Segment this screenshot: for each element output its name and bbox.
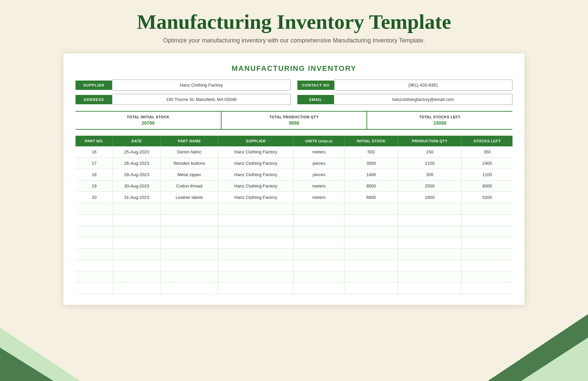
cell-date: 30-Aug-2023 bbox=[113, 180, 161, 192]
cell-supplier: Hanz Clothing Factory bbox=[218, 192, 293, 203]
cell-part-no: 18 bbox=[76, 169, 113, 180]
cell-empty bbox=[76, 271, 113, 283]
cell-empty bbox=[113, 226, 161, 237]
summary-production-qty-value: 5650 bbox=[224, 120, 364, 126]
cell-empty bbox=[76, 249, 113, 260]
table-header-row: PART NO. DATE PART NAME SUPPLIER UNITS (… bbox=[76, 136, 512, 146]
cell-supplier: Hanz Clothing Factory bbox=[218, 180, 293, 192]
cell-empty bbox=[218, 249, 293, 260]
cell-empty bbox=[462, 249, 512, 260]
col-supplier: SUPPLIER bbox=[218, 136, 293, 146]
cell-empty bbox=[160, 260, 218, 271]
contact-label: CONTACT NO bbox=[297, 81, 334, 90]
summary-stocks-left: TOTAL STOCKS LEFT 15050 bbox=[367, 112, 512, 129]
cell-date: 26-Aug-2023 bbox=[113, 158, 161, 169]
cell-empty bbox=[344, 271, 398, 283]
cell-empty bbox=[344, 215, 398, 226]
cell-units: meters bbox=[293, 192, 344, 203]
cell-empty bbox=[398, 215, 462, 226]
cell-initial-stock: 6800 bbox=[344, 192, 398, 203]
cell-empty bbox=[293, 249, 344, 260]
cell-stocks-left: 1100 bbox=[462, 169, 512, 180]
col-stocks-left: STOCKS LEFT bbox=[462, 136, 512, 146]
cell-empty bbox=[160, 249, 218, 260]
cell-empty bbox=[218, 203, 293, 215]
cell-part-name: Denim fabric bbox=[160, 146, 218, 158]
cell-part-no: 19 bbox=[76, 180, 113, 192]
cell-empty bbox=[113, 271, 161, 283]
table-row-empty bbox=[76, 249, 512, 260]
table-row-empty bbox=[76, 203, 512, 215]
cell-empty bbox=[462, 283, 512, 294]
table-row: 18 28-Aug-2023 Metal zipper Hanz Clothin… bbox=[76, 169, 512, 180]
cell-empty bbox=[160, 271, 218, 283]
cell-production-qty: 1100 bbox=[398, 158, 462, 169]
summary-initial-stock: TOTAL INITIAL STOCK 20700 bbox=[76, 112, 222, 129]
cell-supplier: Hanz Clothing Factory bbox=[218, 158, 293, 169]
cell-empty bbox=[218, 271, 293, 283]
cell-empty bbox=[218, 215, 293, 226]
cell-empty bbox=[293, 203, 344, 215]
cell-part-no: 17 bbox=[76, 158, 113, 169]
cell-date: 31-Aug-2023 bbox=[113, 192, 161, 203]
cell-empty bbox=[462, 271, 512, 283]
summary-stocks-left-label: TOTAL STOCKS LEFT bbox=[370, 115, 510, 119]
table-body: 16 25-Aug-2023 Denim fabric Hanz Clothin… bbox=[76, 146, 512, 294]
cell-empty bbox=[218, 260, 293, 271]
cell-empty bbox=[113, 283, 161, 294]
cell-empty bbox=[344, 203, 398, 215]
cell-empty bbox=[398, 260, 462, 271]
cell-empty bbox=[76, 283, 113, 294]
summary-section: TOTAL INITIAL STOCK 20700 TOTAL PRODUCTI… bbox=[76, 111, 512, 130]
table-header: PART NO. DATE PART NAME SUPPLIER UNITS (… bbox=[76, 136, 512, 146]
cell-empty bbox=[160, 283, 218, 294]
supplier-group: SUPPLIER Hanz Clothing Factory bbox=[76, 80, 291, 91]
cell-empty bbox=[113, 237, 161, 249]
cell-empty bbox=[293, 283, 344, 294]
summary-stocks-left-value: 15050 bbox=[370, 120, 510, 126]
table-row-empty bbox=[76, 237, 512, 249]
page-title: Manufacturing Inventory Template bbox=[137, 10, 451, 34]
contact-value: (961) 420-9381 bbox=[334, 80, 512, 91]
contact-group: CONTACT NO (961) 420-9381 bbox=[297, 80, 512, 91]
cell-empty bbox=[462, 260, 512, 271]
cell-initial-stock: 1400 bbox=[344, 169, 398, 180]
cell-part-no: 20 bbox=[76, 192, 113, 203]
cell-empty bbox=[462, 215, 512, 226]
cell-empty bbox=[293, 237, 344, 249]
cell-units: meters bbox=[293, 180, 344, 192]
cell-production-qty: 2500 bbox=[398, 180, 462, 192]
cell-empty bbox=[344, 249, 398, 260]
cell-initial-stock: 8500 bbox=[344, 180, 398, 192]
address-group: ADDRESS 190 Thorne St. Mansfield, MA 020… bbox=[76, 94, 291, 105]
col-part-no: PART NO. bbox=[76, 136, 113, 146]
cell-empty bbox=[76, 203, 113, 215]
page-subtitle: Optimize your manufacturing inventory wi… bbox=[163, 37, 425, 44]
document-title: MANUFACTURING INVENTORY bbox=[76, 64, 512, 73]
cell-production-qty: 300 bbox=[398, 169, 462, 180]
summary-production-qty-label: TOTAL PRODUCTION QTY bbox=[224, 115, 364, 119]
email-value: hanzclothingfactory@email.com bbox=[334, 94, 512, 105]
cell-supplier: Hanz Clothing Factory bbox=[218, 169, 293, 180]
document-container: MANUFACTURING INVENTORY SUPPLIER Hanz Cl… bbox=[63, 53, 525, 305]
col-part-name: PART NAME bbox=[160, 136, 218, 146]
cell-empty bbox=[293, 260, 344, 271]
cell-production-qty: 1600 bbox=[398, 192, 462, 203]
table-row: 16 25-Aug-2023 Denim fabric Hanz Clothin… bbox=[76, 146, 512, 158]
table-row-empty bbox=[76, 226, 512, 237]
cell-stocks-left: 5200 bbox=[462, 192, 512, 203]
cell-empty bbox=[76, 215, 113, 226]
address-value: 190 Thorne St. Mansfield, MA 02048 bbox=[112, 94, 291, 105]
cell-empty bbox=[344, 260, 398, 271]
corner-decoration-left bbox=[0, 307, 94, 381]
cell-empty bbox=[113, 249, 161, 260]
table-row-empty bbox=[76, 260, 512, 271]
cell-empty bbox=[160, 226, 218, 237]
info-row-2: ADDRESS 190 Thorne St. Mansfield, MA 020… bbox=[76, 94, 512, 105]
cell-stocks-left: 2400 bbox=[462, 158, 512, 169]
table-row-empty bbox=[76, 215, 512, 226]
col-units: UNITS (m/pcs) bbox=[293, 136, 344, 146]
table-row: 17 26-Aug-2023 Wooden buttons Hanz Cloth… bbox=[76, 158, 512, 169]
cell-empty bbox=[218, 237, 293, 249]
cell-units: meters bbox=[293, 146, 344, 158]
